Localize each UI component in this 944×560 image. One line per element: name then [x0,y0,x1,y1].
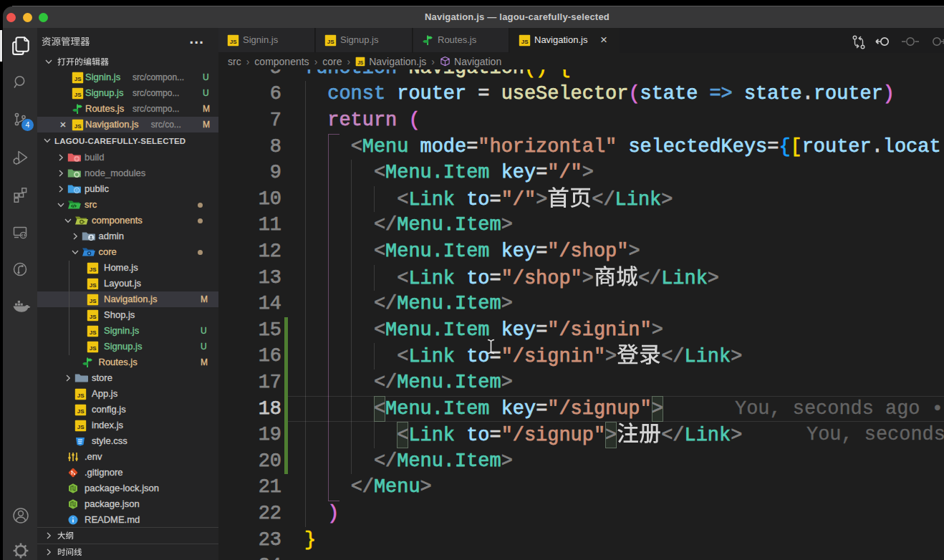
svg-text:JS: JS [327,39,334,45]
svg-text:JS: JS [77,392,85,399]
svg-text:JS: JS [90,266,97,273]
svg-text:JS: JS [90,329,97,336]
svg-text:JS: JS [357,60,364,65]
svg-text:JS: JS [521,39,529,45]
svg-text:JS: JS [230,39,237,45]
svg-text:JS: JS [90,298,97,304]
svg-text:JS: JS [90,314,97,320]
svg-text:JS: JS [74,76,82,82]
svg-text:JS: JS [74,92,82,98]
svg-text:JS: JS [77,424,85,430]
svg-text:JS: JS [90,345,97,352]
svg-text:JS: JS [77,408,85,415]
svg-text:JS: JS [90,282,97,289]
svg-text:JS: JS [74,123,82,130]
